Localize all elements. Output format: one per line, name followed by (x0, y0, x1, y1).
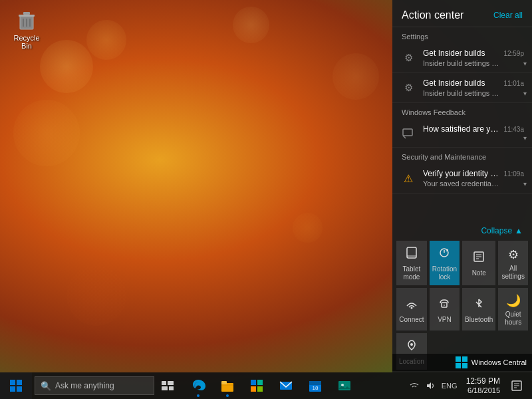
quiet-hours-icon: 🌙 (506, 293, 521, 308)
clock-date: 6/18/2015 (467, 386, 500, 395)
recycle-bin-icon[interactable]: Recycle Bin (9, 8, 44, 50)
wc-text: Windows Central (471, 358, 527, 366)
qa-note[interactable]: Note (462, 241, 495, 285)
svg-rect-27 (169, 386, 174, 390)
photos-app[interactable] (330, 372, 359, 399)
svg-rect-24 (162, 381, 166, 385)
connect-icon (405, 297, 418, 313)
collapse-icon: ▲ (515, 226, 523, 235)
svg-rect-26 (162, 386, 168, 390)
note-label: Note (472, 269, 486, 277)
explorer-app-indicator (226, 394, 229, 397)
notification-feedback[interactable]: How satisfied are you with using th 11:4… (392, 119, 532, 148)
notif-time-feedback: 11:43a (503, 126, 524, 133)
gear-icon-2: ⚙ (400, 80, 416, 96)
security-section-label: Security and Maintenance (392, 148, 532, 164)
edge-app[interactable] (184, 372, 213, 399)
settings-section-label: Settings (392, 27, 532, 43)
volume-icon[interactable] (422, 372, 438, 399)
notif-time-2: 11:01a (503, 80, 524, 87)
svg-point-19 (410, 343, 413, 346)
vpn-icon (438, 297, 451, 313)
warning-icon: ⚠ (400, 170, 416, 186)
expand-chevron-security[interactable]: ▾ (523, 180, 527, 188)
svg-text:18: 18 (313, 385, 319, 391)
rotation-lock-icon (438, 246, 451, 263)
notification-insider-2[interactable]: ⚙ Get Insider builds Insider build setti… (392, 73, 532, 103)
notification-insider-1[interactable]: ⚙ Get Insider builds Insider build setti… (392, 43, 532, 73)
wc-logo: Windows Central (456, 356, 527, 368)
vpn-label: VPN (438, 316, 452, 324)
notif-title-security: Verify your identity on this PC (423, 169, 499, 178)
svg-rect-31 (257, 380, 263, 385)
calendar-app[interactable]: 18 (301, 372, 330, 399)
network-icon[interactable] (406, 372, 422, 399)
expand-chevron-1[interactable]: ▾ (523, 60, 527, 67)
notif-title-1: Get Insider builds (423, 49, 499, 58)
connect-label: Connect (399, 316, 424, 324)
recycle-bin-label: Recycle Bin (9, 34, 44, 50)
search-icon: 🔍 (41, 381, 51, 391)
notification-content-2: Get Insider builds Insider build setting… (423, 78, 499, 97)
svg-rect-2 (23, 12, 30, 15)
pinned-apps: 18 (184, 372, 359, 399)
qa-all-settings[interactable]: ⚙ All settings (498, 241, 528, 285)
expand-chevron-feedback[interactable]: ▾ (523, 134, 527, 142)
file-explorer-app[interactable] (213, 372, 242, 399)
notif-title-2: Get Insider builds (423, 78, 499, 88)
recycle-bin-image (15, 8, 39, 32)
svg-rect-22 (10, 386, 15, 392)
feedback-icon (400, 126, 416, 142)
all-settings-icon: ⚙ (508, 247, 519, 262)
location-icon (405, 338, 418, 355)
notif-body-security: Your saved credentials for apps, wel (423, 180, 499, 188)
svg-rect-30 (251, 380, 256, 385)
task-view-button[interactable] (154, 372, 181, 399)
system-clock[interactable]: 12:59 PM 6/18/2015 (461, 376, 505, 395)
note-icon (472, 250, 485, 267)
notif-title-feedback: How satisfied are you with using th (423, 124, 499, 134)
svg-rect-20 (10, 380, 15, 385)
taskbar: 🔍 Ask me anything 18 (0, 372, 532, 399)
svg-point-16 (410, 307, 412, 309)
action-center-toggle[interactable] (505, 372, 528, 399)
start-button[interactable] (0, 372, 32, 399)
notif-body-1: Insider build settings need attention (423, 59, 499, 67)
notif-time-1: 12:59p (503, 50, 524, 57)
gear-icon-1: ⚙ (400, 50, 416, 66)
bluetooth-icon (472, 297, 485, 313)
clear-all-button[interactable]: Clear all (493, 11, 523, 20)
search-placeholder: Ask me anything (55, 381, 114, 390)
svg-rect-29 (221, 381, 227, 384)
action-center-panel: Action center Clear all Settings ⚙ Get I… (392, 0, 532, 372)
notification-content-security: Verify your identity on this PC Your sav… (423, 169, 499, 188)
notification-content-1: Get Insider builds Insider build setting… (423, 49, 499, 67)
expand-chevron-2[interactable]: ▾ (523, 90, 527, 97)
notification-security[interactable]: ⚠ Verify your identity on this PC Your s… (392, 164, 532, 194)
qa-tablet-mode[interactable]: Tablet mode (396, 241, 427, 285)
windows-central-watermark: Windows Central (392, 354, 532, 371)
quiet-hours-label: Quiet hours (501, 311, 525, 327)
collapse-row: Collapse ▲ (392, 222, 532, 238)
quick-actions-grid: Tablet mode Rotation lock Note ⚙ All set… (392, 238, 532, 372)
store-app[interactable] (242, 372, 271, 399)
svg-rect-32 (251, 386, 256, 392)
mail-app[interactable] (271, 372, 301, 399)
edge-app-indicator (197, 394, 200, 397)
eng-indicator[interactable]: ENG (438, 372, 461, 399)
tablet-mode-icon (405, 246, 418, 263)
qa-bluetooth[interactable]: Bluetooth (462, 288, 495, 331)
qa-vpn[interactable]: VPN (430, 288, 460, 331)
feedback-section-label: Windows Feedback (392, 103, 532, 119)
qa-rotation-lock[interactable]: Rotation lock (430, 241, 460, 285)
svg-rect-25 (168, 381, 174, 385)
svg-rect-8 (407, 247, 416, 258)
qa-connect[interactable]: Connect (396, 288, 427, 331)
svg-rect-33 (257, 386, 263, 392)
notification-content-feedback: How satisfied are you with using th (423, 124, 499, 134)
tablet-mode-label: Tablet mode (399, 265, 424, 281)
collapse-label: Collapse (481, 226, 512, 235)
search-bar[interactable]: 🔍 Ask me anything (35, 376, 154, 395)
qa-quiet-hours[interactable]: 🌙 Quiet hours (498, 288, 528, 331)
collapse-button[interactable]: Collapse ▲ (481, 226, 523, 235)
